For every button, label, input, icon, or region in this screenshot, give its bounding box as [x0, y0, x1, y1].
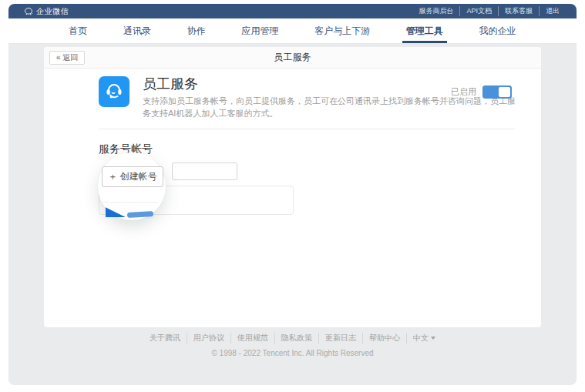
brand-name: 企业微信: [36, 6, 69, 17]
footer-link-usage-rules[interactable]: 使用规范: [230, 333, 274, 343]
toggle-knob: [499, 87, 510, 97]
topbar-link-logout[interactable]: 退出: [539, 6, 566, 16]
headset-icon: [99, 76, 129, 107]
copyright-text: © 1998 - 2022 Tencent Inc. All Rights Re…: [8, 349, 577, 357]
status-badge: 已启用: [451, 86, 476, 98]
nav-item-customers[interactable]: 客户与上下游: [310, 18, 375, 43]
footer-link-help-center[interactable]: 帮助中心: [362, 333, 406, 343]
magnified-avatar-fragment: [106, 206, 126, 217]
account-search-input[interactable]: [172, 162, 237, 180]
enabled-toggle[interactable]: [482, 85, 512, 99]
nav-item-contacts[interactable]: 通讯录: [119, 18, 156, 43]
footer-link-privacy-policy[interactable]: 隐私政策: [274, 333, 318, 343]
topbar-links: 服务商后台 API文档 联系客服 退出: [412, 6, 566, 16]
app-title: 员工服务: [143, 75, 198, 93]
footer-links: 关于腾讯 用户协议 使用规范 隐私政策 更新日志 帮助中心 中文: [8, 333, 577, 343]
nav-item-my-company[interactable]: 我的企业: [475, 18, 521, 43]
employee-service-panel: « 返回 员工服务 员工服务 支持添加员工服务帐号，向员工提供服务: [44, 47, 541, 327]
section-divider: [99, 129, 515, 129]
language-selector[interactable]: 中文: [406, 333, 442, 343]
main-nav: 首页 通讯录 协作 应用管理 客户与上下游 管理工具 我的企业: [8, 18, 577, 44]
magnifier-lens-overlay: ＋ 创建帐号: [98, 152, 166, 220]
chat-bubble-icon: [24, 7, 33, 16]
panel-header: « 返回 员工服务: [44, 47, 541, 69]
topbar-link-api-docs[interactable]: API文档: [459, 6, 498, 16]
app-window: 企业微信 服务商后台 API文档 联系客服 退出 首页 通讯录 协作 应用管理 …: [8, 4, 577, 385]
page-title: 员工服务: [44, 51, 541, 64]
footer-link-changelog[interactable]: 更新日志: [318, 333, 362, 343]
topbar-link-contact-support[interactable]: 联系客服: [498, 6, 539, 16]
create-account-button[interactable]: ＋ 创建帐号: [102, 166, 163, 187]
content-area: « 返回 员工服务 员工服务 支持添加员工服务帐号，向员工提供服务: [8, 44, 577, 384]
nav-item-collaboration[interactable]: 协作: [183, 18, 210, 43]
nav-item-home[interactable]: 首页: [64, 18, 92, 43]
footer-link-about-tencent[interactable]: 关于腾讯: [143, 333, 187, 343]
magnified-text-fragment: [127, 211, 153, 218]
language-label: 中文: [413, 333, 429, 343]
status-wrap: 已启用: [451, 85, 512, 99]
back-button[interactable]: « 返回: [49, 51, 85, 65]
footer-link-user-agreement[interactable]: 用户协议: [187, 333, 230, 343]
page-footer: 关于腾讯 用户协议 使用规范 隐私政策 更新日志 帮助中心 中文 © 1998 …: [8, 333, 577, 357]
brand-logo[interactable]: 企业微信: [24, 6, 69, 17]
lens-table-edge: [103, 202, 158, 203]
nav-item-app-management[interactable]: 应用管理: [237, 18, 283, 43]
caret-down-icon: [431, 337, 435, 340]
nav-item-admin-tools[interactable]: 管理工具: [402, 18, 448, 43]
top-bar: 企业微信 服务商后台 API文档 联系客服 退出: [8, 4, 577, 18]
panel-body: 员工服务 支持添加员工服务帐号，向员工提供服务，员工可在公司通讯录上找到服务帐号…: [44, 69, 541, 327]
topbar-link-provider-console[interactable]: 服务商后台: [412, 6, 459, 16]
